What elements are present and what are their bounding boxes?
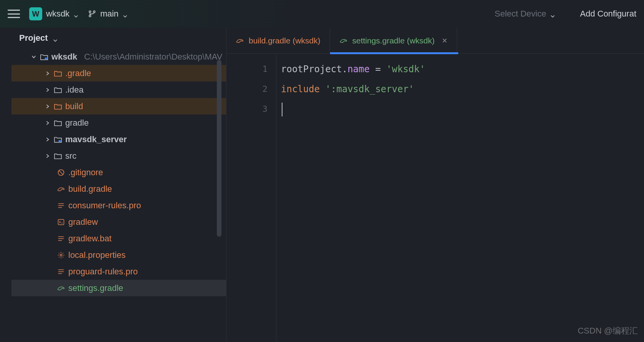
code-line: rootProject.name = 'wksdk' [281,59,425,79]
svg-point-0 [89,11,91,13]
add-configuration[interactable]: Add Configurat [580,9,636,19]
tree-item-label: proguard-rules.pro [68,267,138,277]
folder-icon [54,119,62,127]
folder-icon [54,69,62,78]
main-menu-button[interactable] [8,8,20,19]
tree-item-label: build [65,101,83,111]
editor-tabs: build.gradle (wksdk) settings.gradle (wk… [226,28,644,54]
sidebar-title: Project [19,33,48,43]
gradle-icon [57,284,65,292]
ban-icon [57,168,65,177]
code-line: include ':mavsdk_server' [281,79,425,99]
chevron-right-icon [45,136,51,143]
chevron-right-icon [45,70,51,76]
tree-item-label: build.gradle [68,184,112,194]
tab-label: settings.gradle (wksdk) [352,36,435,45]
tree-item-build[interactable]: build [12,98,226,115]
sidebar-header[interactable]: Project [12,28,226,48]
chevron-right-icon [45,120,51,126]
chevron-down-icon [53,35,58,41]
tree-item-local-properties[interactable]: local.properties [12,247,226,263]
gutter: 1 2 3 [226,54,276,342]
folder-icon [54,152,62,160]
project-selector[interactable]: W wksdk [29,7,79,20]
scrollbar[interactable] [217,60,221,237]
gradle-icon [339,37,348,45]
svg-point-7 [60,254,62,256]
line-number: 1 [226,59,268,79]
line-number: 2 [226,79,268,99]
chevron-right-icon [31,54,37,60]
project-name: wksdk [46,9,69,19]
editor-tab[interactable]: settings.gradle (wksdk) ✕ [330,28,457,53]
project-sidebar: Project wksdk C:\Users\Administrator\Des… [12,28,226,342]
tree-item-label: .gitignore [68,168,103,178]
tree-item-consumer-rules-pro[interactable]: consumer-rules.pro [12,197,226,214]
svg-rect-3 [45,57,47,59]
caret [282,103,282,116]
gradle-icon [57,185,65,193]
tree-item-build-gradle[interactable]: build.gradle [12,181,226,197]
main-toolbar: W wksdk main Select Device Add Configura… [0,0,644,28]
tree-item-gradlew[interactable]: gradlew [12,214,226,230]
tool-window-strip[interactable] [0,28,12,342]
tree-item-gradlew-bat[interactable]: gradlew.bat [12,230,226,247]
root-name: wksdk [51,52,77,62]
tree-item-label: gradlew.bat [68,234,112,244]
svg-point-2 [93,11,95,13]
folder-icon [54,102,62,111]
tree-item--idea[interactable]: .idea [12,81,226,98]
gradle-icon [236,37,244,45]
module-icon [54,135,62,144]
device-label: Select Device [495,9,547,19]
tree-item-label: src [65,151,76,161]
editor-tab[interactable]: build.gradle (wksdk) [226,28,330,53]
code-content[interactable]: rootProject.name = 'wksdk' include ':mav… [276,54,425,342]
tree-item-proguard-rules-pro[interactable]: proguard-rules.pro [12,263,226,280]
code-line [281,99,425,119]
close-icon[interactable]: ✕ [442,37,447,45]
tree-item-settings-gradle[interactable]: settings.gradle [12,280,226,296]
tree-item-label: gradlew [68,217,98,227]
chevron-down-icon [73,11,79,17]
chevron-down-icon [550,11,555,17]
tree-item-gradle[interactable]: gradle [12,115,226,131]
folder-icon [54,86,62,94]
tree-root[interactable]: wksdk C:\Users\Administrator\Desktop\MAV [12,48,226,65]
tree-item--gradle[interactable]: .gradle [12,65,226,81]
chevron-right-icon [45,153,51,159]
lines-icon [57,234,65,243]
branch-icon [88,10,96,18]
lines-icon [57,201,65,210]
svg-rect-6 [58,219,64,224]
module-icon [40,53,48,61]
svg-rect-4 [59,140,61,142]
tree-item-src[interactable]: src [12,148,226,164]
tree-item-mavsdk-server[interactable]: mavsdk_server [12,131,226,148]
tab-label: build.gradle (wksdk) [249,36,320,45]
chevron-right-icon [45,103,51,110]
terminal-icon [57,218,65,226]
tree-item--gitignore[interactable]: .gitignore [12,164,226,181]
lines-icon [57,267,65,276]
add-config-label: Add Configurat [580,9,636,19]
editor-area: build.gradle (wksdk) settings.gradle (wk… [226,28,644,342]
tree-item-label: .gradle [65,68,91,78]
gear-icon [57,251,65,259]
project-tree: wksdk C:\Users\Administrator\Desktop\MAV… [12,48,226,296]
chevron-right-icon [45,87,51,93]
tree-item-label: mavsdk_server [65,134,127,144]
tree-item-label: .idea [65,85,84,95]
device-selector[interactable]: Select Device [495,9,556,19]
project-badge: W [29,7,42,20]
tree-item-label: local.properties [68,250,125,260]
chevron-down-icon [122,11,128,17]
tree-item-label: settings.gradle [68,283,123,293]
code-editor[interactable]: 1 2 3 rootProject.name = 'wksdk' include… [226,54,644,342]
watermark: CSDN @编程汇 [578,325,638,337]
line-number: 3 [226,99,268,119]
branch-name: main [100,9,119,19]
branch-selector[interactable]: main [88,9,128,19]
tree-item-label: consumer-rules.pro [68,201,141,211]
root-path: C:\Users\Administrator\Desktop\MAV [84,52,222,62]
